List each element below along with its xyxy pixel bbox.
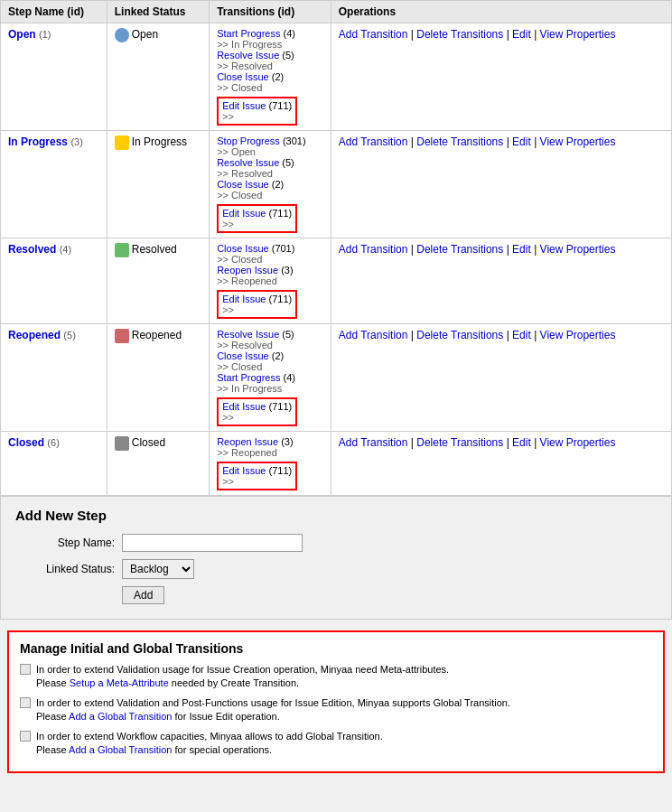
transition-link-3-1[interactable]: Close Issue bbox=[217, 350, 268, 361]
op-add-transition-3[interactable]: Add Transition bbox=[339, 329, 408, 341]
ops-sep-2-1: | bbox=[507, 243, 509, 256]
manage-text-2: In order to extend Validation and Post-F… bbox=[36, 696, 510, 724]
ops-sep-3-0: | bbox=[411, 329, 414, 341]
transition-link-4-0[interactable]: Reopen Issue bbox=[217, 436, 278, 447]
step-name-row: Step Name: bbox=[15, 534, 657, 552]
transition-link-0-0[interactable]: Start Progress bbox=[217, 28, 280, 39]
step-name-link-4[interactable]: Closed bbox=[8, 436, 44, 449]
op-view-properties-1[interactable]: View Properties bbox=[540, 135, 616, 148]
edit-issue-id-1: (711) bbox=[269, 208, 293, 219]
transition-0-1: Resolve Issue (5) bbox=[217, 50, 323, 61]
meta-attribute-link[interactable]: Setup a Meta-Attribute bbox=[70, 677, 169, 688]
op-edit-0[interactable]: Edit bbox=[512, 28, 531, 41]
op-edit-4[interactable]: Edit bbox=[512, 436, 531, 449]
transition-id-0-1: (5) bbox=[282, 50, 294, 61]
op-view-properties-3[interactable]: View Properties bbox=[540, 329, 616, 341]
add-button[interactable]: Add bbox=[122, 586, 164, 604]
edit-issue-link-3[interactable]: Edit Issue bbox=[222, 401, 266, 412]
col-step-name: Step Name (id) bbox=[1, 1, 107, 23]
manage-checkbox-2[interactable] bbox=[20, 697, 31, 708]
step-name-link-1[interactable]: In Progress bbox=[8, 135, 68, 148]
transition-id-2-1: (3) bbox=[281, 265, 293, 275]
transition-link-1-0[interactable]: Stop Progress bbox=[217, 135, 280, 146]
op-view-properties-2[interactable]: View Properties bbox=[540, 243, 616, 256]
edit-issue-arrow-1: >> bbox=[222, 219, 292, 229]
manage-checkbox-1[interactable] bbox=[20, 664, 31, 675]
linked-status-select[interactable]: Backlog Open In Progress Resolved Reopen… bbox=[122, 559, 194, 579]
status-cell-1: In Progress bbox=[107, 131, 209, 238]
op-view-properties-4[interactable]: View Properties bbox=[540, 436, 616, 449]
step-name-link-0[interactable]: Open bbox=[8, 28, 36, 41]
edit-issue-item-2: Edit Issue (711) bbox=[222, 294, 292, 304]
add-step-section: Add New Step Step Name: Linked Status: B… bbox=[0, 496, 672, 620]
op-delete-transitions-1[interactable]: Delete Transitions bbox=[416, 135, 503, 148]
op-delete-transitions-4[interactable]: Delete Transitions bbox=[416, 436, 503, 449]
edit-issue-link-2[interactable]: Edit Issue bbox=[222, 294, 266, 304]
transition-0-0: Start Progress (4) bbox=[217, 28, 323, 39]
edit-issue-link-0[interactable]: Edit Issue bbox=[222, 100, 266, 111]
step-name-link-3[interactable]: Reopened bbox=[8, 329, 61, 341]
edit-issue-arrow-3: >> bbox=[222, 412, 292, 423]
transition-id-3-1: (2) bbox=[272, 350, 284, 361]
ops-sep-2-2: | bbox=[534, 243, 537, 256]
status-label-1: In Progress bbox=[132, 135, 187, 148]
step-id-3: (5) bbox=[63, 330, 75, 341]
transition-link-3-0[interactable]: Resolve Issue bbox=[217, 329, 279, 340]
step-id-0: (1) bbox=[39, 29, 51, 40]
global-transition-link-1[interactable]: Add a Global Transition bbox=[69, 711, 172, 722]
transition-link-3-2[interactable]: Start Progress bbox=[217, 372, 280, 383]
transition-arrow-1-2: >> Closed bbox=[217, 190, 323, 201]
transitions-cell-2: Close Issue (701)>> ClosedReopen Issue (… bbox=[210, 238, 331, 324]
ops-sep-4-2: | bbox=[534, 436, 537, 449]
ops-sep-2-0: | bbox=[411, 243, 414, 256]
edit-issue-arrow-0: >> bbox=[222, 111, 292, 122]
op-edit-2[interactable]: Edit bbox=[512, 243, 531, 256]
edit-issue-id-2: (711) bbox=[269, 294, 293, 304]
edit-issue-item-4: Edit Issue (711) bbox=[222, 465, 292, 476]
edit-issue-box-1: Edit Issue (711) >> bbox=[217, 204, 297, 233]
op-add-transition-1[interactable]: Add Transition bbox=[339, 135, 408, 148]
op-add-transition-2[interactable]: Add Transition bbox=[339, 243, 408, 256]
step-name-link-2[interactable]: Resolved bbox=[8, 243, 56, 256]
transition-link-2-1[interactable]: Reopen Issue bbox=[217, 265, 278, 275]
op-view-properties-0[interactable]: View Properties bbox=[540, 28, 616, 41]
edit-issue-link-4[interactable]: Edit Issue bbox=[222, 465, 266, 476]
ops-sep-3-2: | bbox=[534, 329, 537, 341]
transition-arrow-0-0: >> In Progress bbox=[217, 39, 323, 50]
step-id-4: (6) bbox=[47, 437, 59, 448]
transition-1-0: Stop Progress (301) bbox=[217, 135, 323, 146]
step-name-input[interactable] bbox=[122, 534, 303, 552]
status-cell-3: Reopened bbox=[107, 324, 209, 432]
edit-issue-link-1[interactable]: Edit Issue bbox=[222, 208, 266, 219]
op-edit-3[interactable]: Edit bbox=[512, 329, 531, 341]
transition-link-1-1[interactable]: Resolve Issue bbox=[217, 157, 279, 168]
transition-id-0-0: (4) bbox=[284, 28, 295, 39]
transition-id-0-2: (2) bbox=[272, 71, 284, 82]
global-transition-link-2[interactable]: Add a Global Transition bbox=[69, 744, 172, 755]
op-delete-transitions-3[interactable]: Delete Transitions bbox=[416, 329, 503, 341]
add-step-title: Add New Step bbox=[15, 508, 657, 523]
op-add-transition-0[interactable]: Add Transition bbox=[339, 28, 408, 41]
transition-link-0-2[interactable]: Close Issue bbox=[217, 71, 268, 82]
ops-cell-2: Add Transition | Delete Transitions | Ed… bbox=[331, 238, 671, 324]
transition-link-2-0[interactable]: Close Issue bbox=[217, 243, 268, 254]
op-delete-transitions-0[interactable]: Delete Transitions bbox=[416, 28, 503, 41]
op-edit-1[interactable]: Edit bbox=[512, 135, 531, 148]
transition-id-1-1: (5) bbox=[282, 157, 294, 168]
status-icon-0 bbox=[115, 28, 129, 42]
edit-issue-arrow-2: >> bbox=[222, 304, 292, 315]
ops-sep-1-1: | bbox=[507, 135, 509, 148]
ops-sep-4-0: | bbox=[411, 436, 414, 449]
transition-link-1-2[interactable]: Close Issue bbox=[217, 179, 268, 190]
step-name-cell-3: Reopened (5) bbox=[1, 324, 107, 432]
ops-sep-4-1: | bbox=[507, 436, 509, 449]
manage-item-3: In order to extend Workflow capacities, … bbox=[20, 730, 652, 758]
op-add-transition-4[interactable]: Add Transition bbox=[339, 436, 408, 449]
transition-id-3-2: (4) bbox=[284, 372, 295, 383]
transition-link-0-1[interactable]: Resolve Issue bbox=[217, 50, 279, 61]
op-delete-transitions-2[interactable]: Delete Transitions bbox=[416, 243, 503, 256]
transition-3-1: Close Issue (2) bbox=[217, 350, 323, 361]
status-cell-4: Closed bbox=[107, 432, 209, 496]
manage-checkbox-3[interactable] bbox=[20, 731, 31, 742]
status-cell-0: Open bbox=[107, 23, 209, 131]
